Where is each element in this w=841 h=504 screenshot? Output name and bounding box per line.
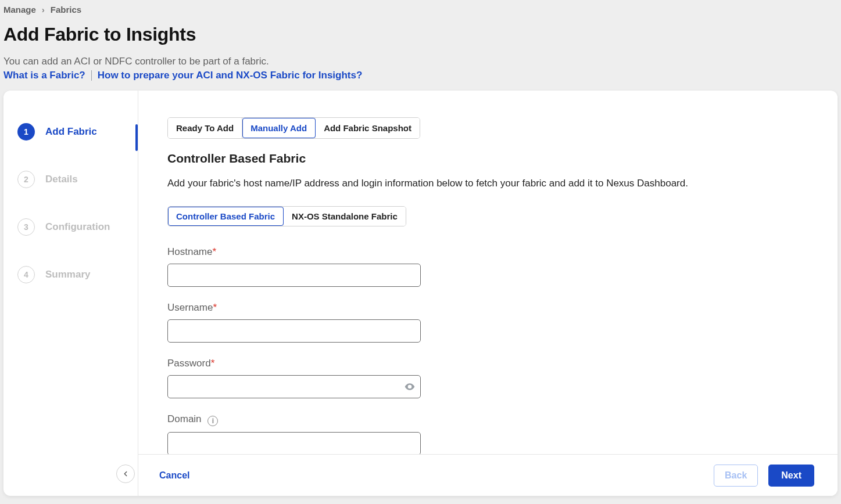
password-label: Password* <box>167 358 808 369</box>
step-label: Configuration <box>45 221 110 233</box>
header-links: What is a Fabric? How to prepare your AC… <box>3 70 838 81</box>
password-input[interactable] <box>168 376 399 398</box>
step-label: Details <box>45 174 78 185</box>
password-input-wrapper <box>167 375 421 398</box>
step-add-fabric[interactable]: 1 Add Fabric <box>3 120 138 144</box>
step-number-3: 3 <box>17 218 35 236</box>
wizard-panel: 1 Add Fabric 2 Details 3 Configuration 4… <box>3 91 838 496</box>
page-header: Manage › Fabrics Add Fabric to Insights … <box>0 0 841 81</box>
tab-manually-add[interactable]: Manually Add <box>242 118 316 138</box>
username-input[interactable] <box>167 319 421 343</box>
fabric-type-tabs: Controller Based Fabric NX-OS Standalone… <box>167 206 406 226</box>
link-how-to-prepare[interactable]: How to prepare your ACI and NX-OS Fabric… <box>98 70 363 81</box>
tab-nxos-standalone-fabric[interactable]: NX-OS Standalone Fabric <box>284 207 406 226</box>
info-icon[interactable]: i <box>207 416 218 426</box>
breadcrumb-item-fabrics[interactable]: Fabrics <box>51 5 81 15</box>
wizard-content: Ready To Add Manually Add Add Fabric Sna… <box>138 91 838 454</box>
tab-add-fabric-snapshot[interactable]: Add Fabric Snapshot <box>316 118 420 138</box>
step-number-2: 2 <box>17 171 35 188</box>
wizard-stepper: 1 Add Fabric 2 Details 3 Configuration 4… <box>3 91 138 496</box>
required-mark-icon: * <box>213 302 217 313</box>
step-number-1: 1 <box>17 123 35 141</box>
breadcrumb: Manage › Fabrics <box>3 5 838 15</box>
username-label: Username* <box>167 302 808 314</box>
chevron-left-icon <box>121 470 130 478</box>
add-mode-tabs: Ready To Add Manually Add Add Fabric Sna… <box>167 117 420 139</box>
divider-icon <box>91 70 92 81</box>
domain-input[interactable] <box>167 432 421 455</box>
eye-icon <box>404 381 416 393</box>
page-description: You can add an ACI or NDFC controller to… <box>3 56 838 67</box>
toggle-password-visibility-button[interactable] <box>399 376 420 398</box>
hostname-input[interactable] <box>167 264 421 287</box>
step-summary[interactable]: 4 Summary <box>3 262 138 287</box>
hostname-label: Hostname* <box>167 246 808 258</box>
step-details[interactable]: 2 Details <box>3 167 138 192</box>
page-title: Add Fabric to Insights <box>3 24 838 45</box>
back-button[interactable]: Back <box>714 465 758 487</box>
tab-ready-to-add[interactable]: Ready To Add <box>168 118 242 138</box>
step-configuration[interactable]: 3 Configuration <box>3 215 138 239</box>
step-label: Add Fabric <box>45 126 97 138</box>
next-button[interactable]: Next <box>768 465 814 487</box>
field-domain: Domain i <box>167 413 808 455</box>
step-label: Summary <box>45 269 90 280</box>
required-mark-icon: * <box>212 246 216 257</box>
link-what-is-fabric[interactable]: What is a Fabric? <box>3 70 85 81</box>
section-title: Controller Based Fabric <box>167 152 808 165</box>
breadcrumb-item-manage[interactable]: Manage <box>3 5 36 15</box>
collapse-sidebar-button[interactable] <box>116 465 135 483</box>
section-description: Add your fabric's host name/IP address a… <box>167 176 808 191</box>
domain-label: Domain i <box>167 413 808 426</box>
field-username: Username* <box>167 302 808 343</box>
cancel-button[interactable]: Cancel <box>159 470 189 481</box>
chevron-right-icon: › <box>42 5 45 15</box>
field-hostname: Hostname* <box>167 246 808 287</box>
tab-controller-based-fabric[interactable]: Controller Based Fabric <box>168 207 284 226</box>
wizard-footer: Cancel Back Next <box>138 454 838 496</box>
required-mark-icon: * <box>211 358 215 369</box>
field-password: Password* <box>167 358 808 398</box>
step-number-4: 4 <box>17 266 35 283</box>
